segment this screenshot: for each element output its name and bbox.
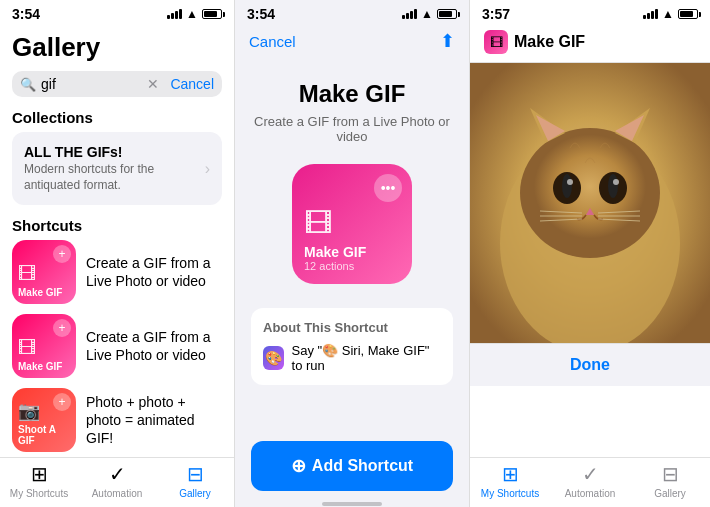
- collection-desc: Modern shortcuts for the antiquated form…: [24, 162, 205, 193]
- add-shortcut-button[interactable]: ⊕ Add Shortcut: [251, 441, 453, 491]
- screen-make-gif-detail: 3:54 ▲ Cancel ⬆ Make GIF Create a GIF fr…: [235, 0, 470, 507]
- plus-btn-2[interactable]: +: [53, 319, 71, 337]
- shortcut-thumb-label-3: Shoot A GIF: [18, 424, 70, 446]
- svg-point-10: [608, 174, 618, 198]
- tab-label-gallery-3: Gallery: [654, 488, 686, 499]
- svg-point-9: [562, 174, 572, 198]
- plus-btn-1[interactable]: +: [53, 245, 71, 263]
- siri-row: 🎨 Say "🎨 Siri, Make GIF" to run: [263, 343, 441, 373]
- make-gif-title: Make GIF: [299, 80, 406, 108]
- search-cancel-btn[interactable]: Cancel: [170, 76, 214, 92]
- shortcuts-heading: Shortcuts: [12, 217, 222, 234]
- siri-icon: 🎨: [263, 346, 284, 370]
- tab-my-shortcuts-3[interactable]: ⊞ My Shortcuts: [470, 462, 550, 499]
- collection-name: ALL THE GIFs!: [24, 144, 205, 160]
- battery-icon-3: [678, 9, 698, 19]
- shortcut-icon-1: 🎞: [18, 264, 36, 285]
- cancel-button[interactable]: Cancel: [249, 33, 296, 50]
- svg-point-11: [567, 179, 573, 185]
- shortcut-name-1: Create a GIF from a Live Photo or video: [86, 254, 222, 290]
- more-options-btn[interactable]: •••: [374, 174, 402, 202]
- tab-icon-shortcuts-3: ⊞: [502, 462, 519, 486]
- shortcut-thumb-3: + 📷 Shoot A GIF: [12, 388, 76, 452]
- signal-icon-1: [167, 9, 182, 19]
- tab-label-gallery-1: Gallery: [179, 488, 211, 499]
- tab-bar-1: ⊞ My Shortcuts ✓ Automation ⊟ Gallery: [0, 457, 234, 507]
- s2-content: Make GIF Create a GIF from a Live Photo …: [235, 60, 469, 427]
- status-bar-2: 3:54 ▲: [235, 0, 469, 24]
- tab-bar-3: ⊞ My Shortcuts ✓ Automation ⊟ Gallery: [470, 457, 710, 507]
- search-bar[interactable]: 🔍 gif ✕ Cancel: [12, 71, 222, 97]
- time-1: 3:54: [12, 6, 40, 22]
- s2-card-label: Make GIF: [304, 244, 366, 260]
- tab-icon-automation-1: ✓: [109, 462, 126, 486]
- shortcut-info-1: Create a GIF from a Live Photo or video: [86, 254, 222, 290]
- shortcut-icon-3: 📷: [18, 400, 40, 422]
- s2-card-icon: 🎞: [304, 207, 332, 240]
- chevron-icon: ›: [205, 160, 210, 178]
- add-shortcut-label: Add Shortcut: [312, 457, 413, 475]
- s3-nav-title: Make GIF: [514, 33, 585, 51]
- time-2: 3:54: [247, 6, 275, 22]
- plus-btn-3[interactable]: +: [53, 393, 71, 411]
- search-icon: 🔍: [20, 77, 36, 92]
- s2-card-actions: 12 actions: [304, 260, 354, 272]
- screen-make-gif-running: 3:57 ▲ 🎞 Make GIF: [470, 0, 710, 507]
- s3-nav: 🎞 Make GIF: [470, 24, 710, 63]
- tab-automation-3[interactable]: ✓ Automation: [550, 462, 630, 499]
- screen-gallery: 3:54 ▲ Gallery 🔍 gif ✕ Cancel Collection…: [0, 0, 235, 507]
- about-section: About This Shortcut 🎨 Say "🎨 Siri, Make …: [251, 308, 453, 385]
- collections-heading: Collections: [12, 109, 222, 126]
- shortcut-thumb-1: + 🎞 Make GIF: [12, 240, 76, 304]
- status-icons-1: ▲: [167, 7, 222, 21]
- done-button[interactable]: Done: [570, 356, 610, 373]
- tab-gallery-1[interactable]: ⊟ Gallery: [156, 462, 234, 499]
- signal-icon-3: [643, 9, 658, 19]
- search-clear-icon[interactable]: ✕: [147, 76, 159, 92]
- s3-shortcut-icon: 🎞: [484, 30, 508, 54]
- add-plus-icon: ⊕: [291, 455, 306, 477]
- tab-icon-gallery-3: ⊟: [662, 462, 679, 486]
- status-bar-3: 3:57 ▲: [470, 0, 710, 24]
- tab-label-automation-1: Automation: [92, 488, 143, 499]
- shortcut-thumb-2: + 🎞 Make GIF: [12, 314, 76, 378]
- collection-info: ALL THE GIFs! Modern shortcuts for the a…: [24, 144, 205, 193]
- shortcut-info-2: Create a GIF from a Live Photo or video: [86, 328, 222, 364]
- svg-point-2: [520, 128, 660, 258]
- status-icons-3: ▲: [643, 7, 698, 21]
- about-heading: About This Shortcut: [263, 320, 441, 335]
- gallery-title: Gallery: [12, 32, 222, 63]
- status-icons-2: ▲: [402, 7, 457, 21]
- battery-icon-1: [202, 9, 222, 19]
- shortcut-icon-2: 🎞: [18, 338, 36, 359]
- wifi-icon-2: ▲: [421, 7, 433, 21]
- shortcut-item-3[interactable]: + 📷 Shoot A GIF Photo + photo + photo = …: [12, 388, 222, 452]
- shortcut-thumb-label-1: Make GIF: [18, 287, 62, 298]
- cat-photo: [470, 63, 710, 343]
- shortcut-info-3: Photo + photo + photo = animated GIF!: [86, 393, 222, 448]
- s2-shortcut-card[interactable]: ••• 🎞 Make GIF 12 actions: [292, 164, 412, 284]
- tab-icon-shortcuts-1: ⊞: [31, 462, 48, 486]
- shortcut-thumb-label-2: Make GIF: [18, 361, 62, 372]
- tab-automation-1[interactable]: ✓ Automation: [78, 462, 156, 499]
- home-indicator-2: [322, 502, 382, 506]
- tab-icon-automation-3: ✓: [582, 462, 599, 486]
- svg-point-12: [613, 179, 619, 185]
- battery-icon-2: [437, 9, 457, 19]
- tab-gallery-3[interactable]: ⊟ Gallery: [630, 462, 710, 499]
- wifi-icon-3: ▲: [662, 7, 674, 21]
- s2-nav: Cancel ⬆: [235, 24, 469, 60]
- share-icon[interactable]: ⬆: [440, 30, 455, 52]
- s3-content: Done: [470, 63, 710, 457]
- shortcut-item-2[interactable]: + 🎞 Make GIF Create a GIF from a Live Ph…: [12, 314, 222, 378]
- shortcut-name-2: Create a GIF from a Live Photo or video: [86, 328, 222, 364]
- search-value[interactable]: gif: [41, 76, 142, 92]
- shortcut-item-1[interactable]: + 🎞 Make GIF Create a GIF from a Live Ph…: [12, 240, 222, 304]
- shortcut-name-3: Photo + photo + photo = animated GIF!: [86, 393, 222, 448]
- tab-icon-gallery-1: ⊟: [187, 462, 204, 486]
- s2-bottom: [235, 501, 469, 507]
- collection-card[interactable]: ALL THE GIFs! Modern shortcuts for the a…: [12, 132, 222, 205]
- tab-my-shortcuts-1[interactable]: ⊞ My Shortcuts: [0, 462, 78, 499]
- signal-icon-2: [402, 9, 417, 19]
- cat-image: [470, 63, 710, 343]
